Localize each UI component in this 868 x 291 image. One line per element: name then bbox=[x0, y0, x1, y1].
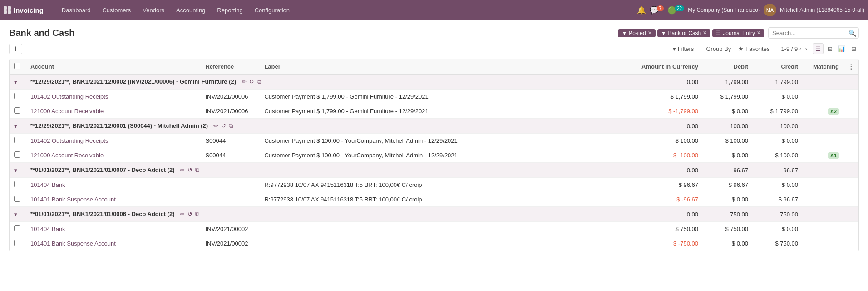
edit-icon[interactable]: ✏ bbox=[180, 211, 185, 218]
filter-bank-cash-close[interactable]: ✕ bbox=[703, 30, 707, 36]
row-checkbox[interactable] bbox=[10, 222, 26, 236]
row-account[interactable]: 121000 Account Receivable bbox=[26, 148, 201, 163]
row-matching: A1 bbox=[803, 148, 843, 163]
group-amount-currency: 0.00 bbox=[635, 207, 703, 222]
menu-customers[interactable]: Customers bbox=[97, 5, 136, 15]
row-account[interactable]: 101401 Bank Suspense Account bbox=[26, 192, 201, 207]
reset-icon[interactable]: ↺ bbox=[187, 211, 192, 218]
menu-reporting[interactable]: Reporting bbox=[212, 5, 248, 15]
col-debit-header[interactable]: Debit bbox=[703, 59, 753, 75]
select-all-checkbox[interactable] bbox=[14, 63, 20, 69]
filter-journal-entry-close[interactable]: ✕ bbox=[757, 30, 761, 36]
row-more bbox=[843, 192, 858, 207]
row-account[interactable]: 101402 Outstanding Receipts bbox=[26, 134, 201, 148]
row-account[interactable]: 101404 Bank bbox=[26, 178, 201, 192]
table-row: 121000 Account Receivable INV/2021/00006… bbox=[10, 104, 858, 119]
col-account-header[interactable]: Account bbox=[26, 59, 201, 75]
download-button[interactable]: ⬇ bbox=[9, 44, 22, 54]
row-credit: $ 0.00 bbox=[753, 178, 803, 192]
group-expand[interactable]: ▾ bbox=[10, 75, 26, 90]
group-title: **12/29/2021**, BNK1/2021/12/0001 (S0004… bbox=[26, 119, 635, 134]
row-amount-currency: $ -750.00 bbox=[635, 236, 703, 251]
reset-icon[interactable]: ↺ bbox=[187, 166, 192, 174]
page-header: Bank and Cash ▼ Posted ✕ ▼ Bank or Cash … bbox=[9, 27, 859, 39]
group-amount-currency: 0.00 bbox=[635, 119, 703, 134]
copy-icon[interactable]: ⧉ bbox=[195, 211, 199, 218]
row-checkbox[interactable] bbox=[10, 148, 26, 163]
row-checkbox[interactable] bbox=[10, 178, 26, 192]
group-credit: 100.00 bbox=[753, 119, 803, 134]
groupby-button[interactable]: ≡ Group By bbox=[697, 44, 735, 54]
col-matching-header[interactable]: Matching bbox=[803, 59, 843, 75]
row-more bbox=[843, 134, 858, 148]
col-amount-header[interactable]: Amount in Currency bbox=[635, 59, 703, 75]
divider bbox=[777, 44, 777, 53]
menu-vendors[interactable]: Vendors bbox=[137, 5, 170, 15]
row-account[interactable]: 101404 Bank bbox=[26, 222, 201, 236]
filter-bank-cash: ▼ Bank or Cash ✕ bbox=[657, 29, 711, 37]
row-debit: $ 0.00 bbox=[703, 192, 753, 207]
row-debit: $ 0.00 bbox=[703, 148, 753, 163]
row-checkbox[interactable] bbox=[10, 104, 26, 119]
row-reference: INV/2021/00006 bbox=[201, 90, 260, 104]
group-debit: 100.00 bbox=[703, 119, 753, 134]
copy-icon[interactable]: ⧉ bbox=[195, 166, 199, 174]
col-reference-header[interactable]: Reference bbox=[201, 59, 260, 75]
row-more bbox=[843, 222, 858, 236]
group-row: ▾ **12/29/2021**, BNK1/2021/12/0002 (INV… bbox=[10, 75, 858, 90]
copy-icon[interactable]: ⧉ bbox=[257, 78, 261, 85]
row-amount-currency: $ -100.00 bbox=[635, 148, 703, 163]
menu-dashboard[interactable]: Dashboard bbox=[56, 5, 96, 15]
prev-page-button[interactable]: ‹ bbox=[798, 45, 803, 53]
edit-icon[interactable]: ✏ bbox=[242, 78, 247, 85]
row-checkbox[interactable] bbox=[10, 90, 26, 104]
copy-icon[interactable]: ⧉ bbox=[229, 122, 233, 130]
row-account[interactable]: 121000 Account Receivable bbox=[26, 104, 201, 119]
group-expand[interactable]: ▾ bbox=[10, 119, 26, 134]
search-wrap: 🔍 bbox=[768, 27, 859, 39]
reset-icon[interactable]: ↺ bbox=[249, 78, 254, 85]
next-page-button[interactable]: › bbox=[804, 45, 809, 53]
group-debit: 1,799.00 bbox=[703, 75, 753, 90]
search-input[interactable] bbox=[768, 27, 859, 39]
pagination: 1-9 / 9 bbox=[781, 45, 798, 52]
funnel-icon2: ▼ bbox=[661, 30, 666, 36]
row-checkbox[interactable] bbox=[10, 192, 26, 207]
row-reference: INV/2021/00002 bbox=[201, 236, 260, 251]
user-avatar[interactable]: MA bbox=[764, 4, 776, 16]
table-row: 101401 Bank Suspense Account INV/2021/00… bbox=[10, 236, 858, 251]
user-name: Mitchell Admin (11884065-15-0-all) bbox=[780, 7, 864, 13]
chart-view-button[interactable]: 📊 bbox=[836, 43, 847, 54]
group-expand[interactable]: ▾ bbox=[10, 207, 26, 222]
group-expand[interactable]: ▾ bbox=[10, 163, 26, 178]
grid-view-button[interactable]: ⊞ bbox=[824, 43, 835, 54]
row-more bbox=[843, 90, 858, 104]
row-reference: INV/2021/00006 bbox=[201, 104, 260, 119]
edit-icon[interactable]: ✏ bbox=[180, 166, 185, 174]
group-matching bbox=[803, 75, 843, 90]
row-checkbox[interactable] bbox=[10, 236, 26, 251]
row-matching bbox=[803, 236, 843, 251]
row-checkbox[interactable] bbox=[10, 134, 26, 148]
row-debit: $ 0.00 bbox=[703, 236, 753, 251]
row-account[interactable]: 101401 Bank Suspense Account bbox=[26, 236, 201, 251]
app-logo[interactable]: Invoicing bbox=[4, 6, 51, 14]
group-credit: 96.67 bbox=[753, 163, 803, 178]
row-matching bbox=[803, 134, 843, 148]
group-title: **01/01/2021**, BNK1/2021/01/0007 - Deco… bbox=[26, 163, 635, 178]
chat-badge: 7 bbox=[657, 5, 664, 11]
kanban-view-button[interactable]: ⊟ bbox=[848, 43, 859, 54]
col-label-header[interactable]: Label bbox=[260, 59, 635, 75]
edit-icon[interactable]: ✏ bbox=[213, 122, 218, 130]
bell-icon[interactable]: 🔔 bbox=[637, 6, 646, 15]
menu-accounting[interactable]: Accounting bbox=[171, 5, 211, 15]
row-more bbox=[843, 178, 858, 192]
col-credit-header[interactable]: Credit bbox=[753, 59, 803, 75]
list-view-button[interactable]: ☰ bbox=[813, 43, 824, 54]
reset-icon[interactable]: ↺ bbox=[221, 122, 226, 130]
filters-button[interactable]: ▾ Filters bbox=[669, 44, 697, 54]
favorites-button[interactable]: ★ Favorites bbox=[735, 44, 773, 54]
row-account[interactable]: 101402 Outstanding Receipts bbox=[26, 90, 201, 104]
menu-configuration[interactable]: Configuration bbox=[249, 5, 295, 15]
filter-posted-close[interactable]: ✕ bbox=[648, 30, 652, 36]
